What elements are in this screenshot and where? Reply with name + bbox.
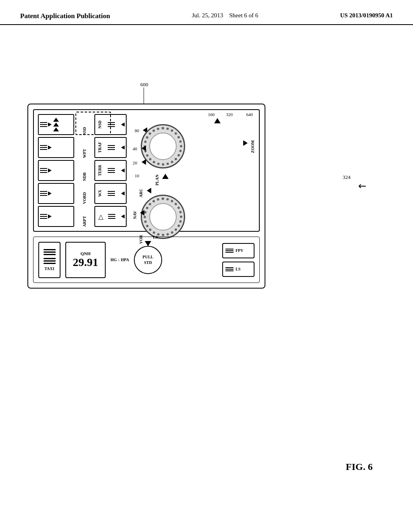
taxi-button[interactable]: TAXI [38, 242, 60, 278]
scale-10: 10 [135, 173, 139, 178]
arc-label: ARC [139, 189, 143, 197]
btn-row5-right[interactable]: △ [94, 206, 127, 227]
label-arpt: ARPT [82, 206, 87, 227]
scale-640: 640 [246, 112, 253, 117]
tri-up3-r1 [53, 127, 59, 131]
device-container: NSD WPT NDB VORD ARPT NSD [27, 104, 265, 289]
plan-label: PLAN [155, 175, 159, 185]
hg-hpa-label: HG ↓ HPA [111, 257, 129, 263]
scale-160: 160 [208, 112, 215, 117]
label-terr: TERR [98, 165, 102, 176]
btn-row4-left[interactable] [38, 183, 74, 204]
nsd-dashed-box [75, 112, 111, 135]
ls-lower-label: LS [236, 267, 240, 271]
left-button-column [38, 114, 74, 227]
std-label: STD [144, 260, 152, 266]
btn-row2-right[interactable]: TRAF [94, 137, 127, 158]
tri-up-r1 [53, 118, 59, 122]
label-vord: VORD [82, 183, 87, 204]
tri-20 [142, 159, 146, 165]
btn-row3-right[interactable]: TERR [94, 160, 127, 181]
lines-row3 [40, 168, 47, 173]
arrow-left-r2 [121, 145, 125, 150]
device-outer: NSD WPT NDB VORD ARPT NSD [27, 104, 265, 289]
qnh-value: 29.91 [73, 256, 98, 269]
arrow-left-r4 [121, 191, 125, 195]
label-wx: WX [98, 190, 102, 197]
ref-324-arrow: ↙ [356, 179, 369, 193]
publication-date: Jul. 25, 2013 Sheet 6 of 6 [192, 12, 259, 19]
tri-nav [140, 210, 144, 216]
btn-row4-right[interactable]: WX [94, 183, 127, 204]
arrow-left-r3 [121, 168, 125, 172]
lines-row2 [40, 145, 47, 150]
nav-label: NAV [133, 211, 137, 219]
qnh-display: QNH 29.91 [65, 242, 106, 278]
btn-row2-left[interactable] [38, 137, 74, 158]
arrow-right-r3 [48, 168, 52, 172]
page-header: Patent Application Publication Jul. 25, … [0, 0, 413, 25]
upper-section: NSD WPT NDB VORD ARPT NSD [33, 109, 260, 232]
arrow-right-r1 [48, 123, 52, 127]
tri-zoom [243, 140, 248, 146]
tri-up2-r1 [53, 123, 59, 127]
scale-320: 320 [226, 112, 233, 117]
upper-knob[interactable] [141, 124, 185, 168]
lines-row5 [40, 214, 47, 219]
publication-number: US 2013/0190950 A1 [340, 12, 393, 19]
lines-row4 [40, 191, 47, 196]
pull-std-button[interactable]: PULL STD [134, 246, 162, 274]
btn-row5-left[interactable] [38, 206, 74, 227]
tri-top-upper [214, 118, 221, 123]
lines-row1 [40, 122, 47, 127]
label-traf-r2: TRAF [98, 142, 102, 153]
tri-40 [142, 145, 146, 151]
tri-plan [162, 174, 169, 179]
knob-upper-area: 160 320 640 80 [133, 114, 255, 227]
arrow-right-r4 [48, 191, 52, 195]
publication-title: Patent Application Publication [20, 12, 110, 20]
airport-symbol: △ [98, 213, 103, 220]
fpv-label: FPV [236, 248, 243, 253]
lower-section: TAXI QNH 29.91 HG ↓ HPA PULL STD [33, 237, 260, 283]
ref-324-label: 324 [343, 174, 351, 181]
tri-arc [147, 188, 151, 193]
pull-label: PULL [143, 254, 154, 260]
ls-button[interactable]: LS [222, 262, 254, 277]
label-ndb: NDB [82, 160, 87, 181]
scale-20: 20 [133, 160, 137, 165]
btn-row1-left[interactable] [38, 114, 74, 135]
taxi-label: TAXI [44, 266, 54, 271]
fig-label: FIG. 6 [346, 461, 373, 472]
arrow-left-r1 [121, 123, 125, 127]
btn-row3-left[interactable] [38, 160, 74, 181]
arrow-right-r2 [48, 145, 52, 150]
arrow-left-r5 [121, 214, 125, 218]
scale-80: 80 [135, 128, 139, 133]
fpv-button[interactable]: FPV [222, 243, 254, 258]
zoom-label: ZOOM [250, 140, 255, 153]
lower-knob[interactable] [141, 195, 185, 239]
label-wpt: WPT [82, 137, 87, 158]
ref-600: 600 [140, 81, 148, 88]
qnh-label: QNH [80, 251, 90, 256]
scale-40: 40 [133, 146, 137, 151]
arrow-right-r5 [48, 214, 52, 218]
main-content: 600 [0, 25, 413, 525]
right-lower-buttons: FPV LS [222, 243, 254, 277]
